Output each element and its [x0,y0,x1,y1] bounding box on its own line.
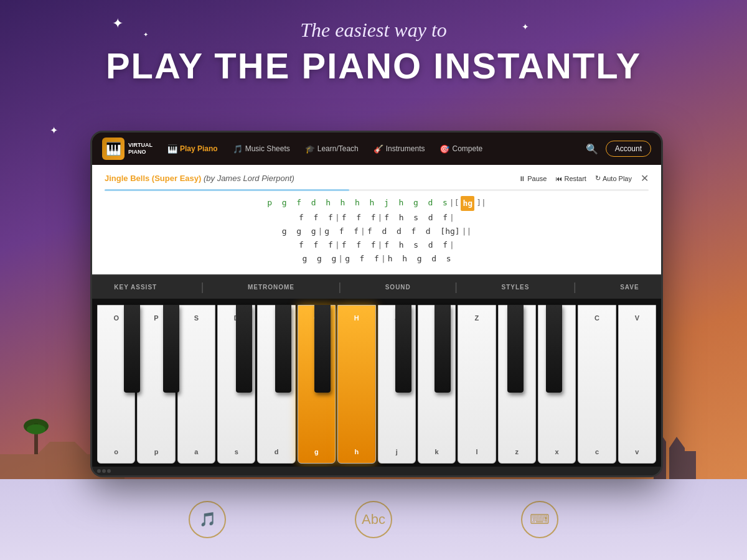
note-line-2: f f f | f f f | f h s d f | [105,211,649,225]
black-key-8[interactable] [507,305,524,392]
feature-music: 🎵 [189,501,226,538]
logo-icon: 🎹 [102,138,125,160]
sound-btn[interactable]: SOUND [385,284,411,291]
close-button[interactable]: ✕ [641,172,649,184]
note-line-3: g g g | g f f | f d d f d [hg] || [105,225,649,238]
nav-music-sheets-label: Music Sheets [245,144,290,153]
piano-keyboard-area: O o P p S a D s [92,299,661,467]
svg-rect-7 [685,451,696,479]
note-line-4: f f f | f f f | f h s d f | [105,238,649,252]
compete-icon: 🎯 [439,144,449,154]
nav-compete-label: Compete [452,144,482,153]
styles-btn[interactable]: STYLES [502,284,530,291]
sheet-music-area: Jingle Bells (Super Easy) (by James Lord… [92,165,661,276]
notes-display: p g f d h h h h j h g d s |[hg]| f f f |… [105,196,649,266]
autoplay-button[interactable]: ↻ Auto Play [595,174,632,182]
black-key-7[interactable] [435,305,451,392]
nav-learn-teach[interactable]: 🎓 Learn/Teach [299,141,365,157]
star-decoration: ✦ [50,124,58,136]
black-key-9[interactable] [546,305,562,392]
song-title-main: Jingle Bells (Super Easy) [105,174,201,183]
key-assist-btn[interactable]: KEY ASSIST [114,284,157,291]
sheet-header: Jingle Bells (Super Easy) (by James Lord… [105,172,649,184]
white-keys: O o P p S a D s [97,305,656,464]
hero-subtitle: The easiest way to [0,19,747,42]
nav-learn-teach-label: Learn/Teach [317,144,359,153]
nav-instruments-label: Instruments [386,144,425,153]
feature-keyboard: ⌨ [521,501,558,538]
logo[interactable]: 🎹 VIRTUALPIANO [102,138,153,160]
piano-key-h[interactable]: H h [337,305,375,464]
save-btn[interactable]: SAVE [620,284,639,291]
logo-text: VIRTUALPIANO [128,142,153,156]
svg-rect-6 [669,448,685,479]
note-line-1: p g f d h h h h j h g d s |[hg]| [105,196,649,211]
bottom-features: 🎵 Abc ⌨ [0,479,747,560]
pause-button[interactable]: ⏸ Pause [519,175,547,182]
pause-icon: ⏸ [519,175,525,182]
nav-play-piano[interactable]: 🎹 Play Piano [161,141,224,157]
note-line-5: g g g | g f f | h h g d s [105,252,649,266]
black-key-5[interactable] [314,305,331,392]
feature-keyboard-icon[interactable]: ⌨ [521,501,558,538]
metronome-btn[interactable]: METRONOME [248,284,294,291]
black-key-3[interactable] [236,305,252,392]
piano-key-a[interactable]: S a [177,305,215,464]
hero-title: PLAY THE PIANO INSTANTLY [0,45,747,86]
black-key-4[interactable] [275,305,291,392]
black-key-2[interactable] [163,305,179,392]
controls-bar: KEY ASSIST | METRONOME | SOUND | STYLES … [92,276,661,299]
black-key-6[interactable] [395,305,411,392]
restart-icon: ⏮ [555,175,562,182]
song-title: Jingle Bells (Super Easy) (by James Lord… [105,174,294,183]
guitar-icon: 🎸 [374,144,383,154]
piano-key-c[interactable]: C c [578,305,616,464]
feature-text: Abc [355,501,392,538]
svg-rect-1 [34,423,38,454]
autoplay-icon: ↻ [595,174,601,182]
piano-key-v[interactable]: V v [618,305,656,464]
nav-compete[interactable]: 🎯 Compete [433,141,489,157]
nav-play-piano-label: Play Piano [180,144,218,153]
nav-music-sheets[interactable]: 🎵 Music Sheets [227,141,296,157]
app-window: 🎹 VIRTUALPIANO 🎹 Play Piano 🎵 Music Shee… [90,131,663,477]
teach-icon: 🎓 [305,144,315,154]
search-button[interactable]: 🔍 [581,139,603,159]
sheet-controls: ⏸ Pause ⏮ Restart ↻ Auto Play ✕ [519,172,649,184]
progress-fill [105,189,349,191]
progress-bar [105,189,649,191]
svg-marker-8 [669,437,685,448]
svg-point-2 [24,419,49,434]
piano-wrapper: O o P p S a D s [97,305,656,464]
piano-key-l[interactable]: Z l [458,305,496,464]
restart-button[interactable]: ⏮ Restart [555,175,586,182]
feature-music-icon[interactable]: 🎵 [189,501,226,538]
svg-point-3 [27,424,45,434]
piano-icon: 🎹 [167,144,177,154]
bottom-decoration-bar [92,467,661,475]
nav-instruments[interactable]: 🎸 Instruments [367,141,431,157]
account-button[interactable]: Account [606,141,651,157]
song-title-by: (by James Lord Pierpont) [204,174,294,183]
black-key-1[interactable] [124,305,140,392]
music-note-icon: 🎵 [233,144,243,154]
feature-text-icon[interactable]: Abc [355,501,392,538]
hero-section: The easiest way to PLAY THE PIANO INSTAN… [0,0,747,86]
navbar: 🎹 VIRTUALPIANO 🎹 Play Piano 🎵 Music Shee… [92,133,661,165]
